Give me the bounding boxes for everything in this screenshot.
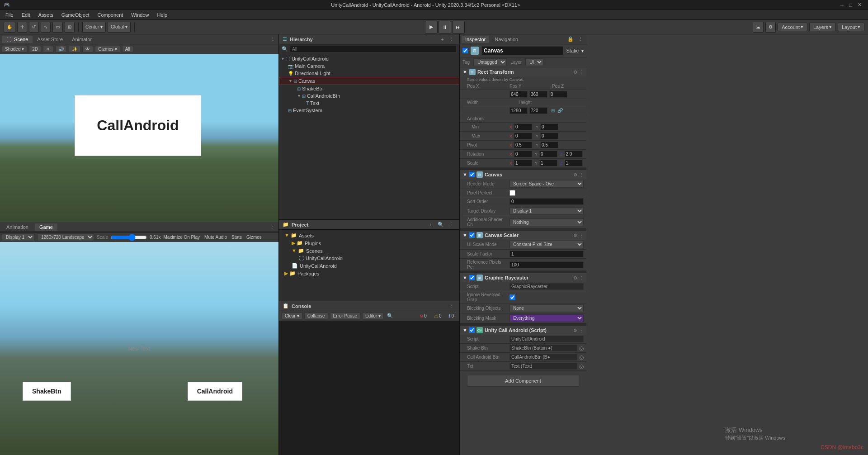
anchor-min-y[interactable]	[540, 123, 558, 130]
hierarchy-item-shake-btn[interactable]: ⊞ ShakeBtn	[279, 85, 459, 92]
error-pause-btn[interactable]: Error Pause	[330, 313, 360, 319]
hidden-layers-btn[interactable]: 👁	[82, 46, 93, 52]
hierarchy-add-btn[interactable]: +	[440, 37, 445, 42]
add-component-button[interactable]: Add Component	[467, 375, 579, 387]
menu-edit[interactable]: Edit	[18, 11, 34, 19]
object-name-input[interactable]	[481, 46, 563, 55]
layout-dropdown[interactable]: Layout ▾	[838, 23, 864, 31]
shaded-dropdown[interactable]: Shaded ▾	[2, 46, 27, 52]
static-dropdown[interactable]: ▾	[581, 48, 584, 53]
canvas-scaler-header[interactable]: ▼ ⊞ Canvas Scaler ⚙ ⋮	[460, 231, 586, 240]
inspector-lock-btn[interactable]: 🔒	[566, 36, 575, 42]
scaler-more[interactable]: ⋮	[579, 233, 584, 238]
hierarchy-item-unity-call-android[interactable]: ▼ ⛶ UnityCallAndroid	[279, 55, 459, 62]
scale-factor-input[interactable]	[509, 251, 584, 257]
scale-z[interactable]	[565, 160, 583, 166]
game-gizmos-btn[interactable]: Gizmos	[246, 235, 262, 240]
unity-call-android-header[interactable]: ▼ C# Unity Call Android (Script) ⚙ ⋮	[460, 326, 586, 335]
menu-assets[interactable]: Assets	[35, 11, 57, 19]
inspector-menu-btn[interactable]: ⋮	[577, 36, 585, 42]
lighting-btn[interactable]: ☀	[43, 46, 53, 52]
maximize-btn[interactable]: □	[846, 2, 855, 8]
tab-animator[interactable]: Animator	[67, 36, 96, 43]
console-menu-btn[interactable]: ⋮	[448, 303, 456, 309]
project-item-assets[interactable]: ▼ 📁 Assets	[281, 232, 458, 239]
stats-btn[interactable]: Stats	[231, 235, 242, 240]
rect-tool[interactable]: ▭	[52, 22, 63, 33]
sort-order-input[interactable]	[509, 198, 584, 205]
tab-game[interactable]: Game	[35, 223, 57, 231]
close-btn[interactable]: ✕	[855, 2, 864, 8]
rect-transform-gear[interactable]: ⚙	[573, 70, 577, 75]
hierarchy-item-directional-light[interactable]: 💡 Directional Light	[279, 70, 459, 77]
menu-component[interactable]: Component	[94, 11, 127, 19]
object-active-checkbox[interactable]	[462, 48, 468, 53]
scale-slider[interactable]	[111, 235, 147, 240]
project-item-scenes[interactable]: ▼ 📁 Scenes	[281, 247, 458, 255]
hierarchy-item-call-android-btn[interactable]: ▼ ⊞ CallAndroidBtn	[279, 92, 459, 100]
rect-transform-more[interactable]: ⋮	[579, 70, 584, 75]
raycaster-enable-checkbox[interactable]	[469, 275, 475, 280]
hierarchy-item-main-camera[interactable]: 📷 Main Camera	[279, 62, 459, 70]
audio-btn[interactable]: 🔊	[55, 46, 67, 52]
pos-x-input[interactable]	[509, 91, 528, 98]
tag-select[interactable]: Untagged	[473, 58, 507, 66]
pivot-y[interactable]	[540, 142, 558, 148]
transform-tool[interactable]: ⊞	[65, 22, 75, 33]
mute-audio-btn[interactable]: Mute Audio	[204, 235, 227, 240]
scaler-enable-checkbox[interactable]	[469, 232, 475, 238]
menu-gameobject[interactable]: GameObject	[58, 11, 93, 19]
pos-z-input[interactable]	[549, 91, 567, 98]
anchor-min-x[interactable]	[514, 123, 532, 130]
tab-navigation[interactable]: Navigation	[491, 36, 522, 43]
constrain-btn[interactable]: 🔗	[557, 108, 563, 113]
display-select[interactable]: Display 1	[2, 233, 34, 241]
global-btn[interactable]: Global ▾	[108, 22, 131, 33]
hand-tool[interactable]: ✋	[4, 22, 15, 33]
step-button[interactable]: ⏭	[452, 21, 465, 33]
hierarchy-item-text[interactable]: T Text	[279, 100, 459, 107]
pause-button[interactable]: ⏸	[439, 21, 451, 33]
scene-panel-menu[interactable]: ⋮	[269, 36, 277, 42]
shake-btn-preview[interactable]: ShakeBtn	[23, 382, 71, 401]
layer-select[interactable]: UI	[525, 58, 543, 66]
2d-button[interactable]: 2D	[29, 46, 41, 52]
anchor-max-y[interactable]	[540, 133, 558, 139]
search-all-btn[interactable]: All	[122, 46, 133, 52]
maximize-on-play-btn[interactable]: Maximize On Play	[163, 235, 200, 240]
hierarchy-item-canvas[interactable]: ▼ ⊟ Canvas	[279, 77, 459, 85]
uca-gear[interactable]: ⚙	[573, 328, 577, 333]
game-panel-menu[interactable]: ⋮	[269, 224, 277, 230]
hierarchy-menu-btn[interactable]: ⋮	[448, 36, 456, 42]
call-android-btn-preview[interactable]: CallAndroid	[188, 382, 242, 401]
project-item-packages[interactable]: ▶ 📁 Packages	[281, 270, 458, 277]
target-display-select[interactable]: Display 1	[509, 207, 584, 215]
scene-effects-btn[interactable]: ✨	[69, 46, 80, 52]
raycaster-more[interactable]: ⋮	[579, 275, 584, 280]
resolution-select[interactable]: 1280x720 Landscape	[37, 233, 94, 241]
account-dropdown[interactable]: Account ▾	[778, 23, 807, 31]
gizmos-dropdown[interactable]: Gizmos ▾	[95, 46, 120, 52]
tab-asset-store[interactable]: Asset Store	[33, 36, 67, 43]
play-button[interactable]: ▶	[425, 21, 438, 33]
target-icon[interactable]: ◎	[579, 345, 584, 351]
ref-pixels-input[interactable]	[509, 261, 584, 268]
width-input[interactable]	[509, 107, 528, 114]
scale-y[interactable]	[539, 160, 557, 166]
rotate-tool[interactable]: ↺	[29, 22, 39, 33]
canvas-component-header[interactable]: ▼ ⊟ Canvas ⚙ ⋮	[460, 170, 586, 179]
project-menu-btn[interactable]: ⋮	[448, 222, 456, 228]
script-enable-checkbox[interactable]	[469, 327, 475, 333]
tab-scene[interactable]: ⛶ Scene	[2, 36, 33, 43]
menu-help[interactable]: Help	[153, 11, 171, 19]
scaler-gear[interactable]: ⚙	[573, 233, 577, 238]
canvas-more[interactable]: ⋮	[579, 172, 584, 177]
raycaster-gear[interactable]: ⚙	[573, 275, 577, 280]
rect-transform-header[interactable]: ▼ ⊞ Rect Transform ⚙ ⋮	[460, 67, 586, 76]
scale-x[interactable]	[514, 160, 532, 166]
move-tool[interactable]: ✛	[17, 22, 27, 33]
minimize-btn[interactable]: ─	[838, 2, 847, 8]
pos-y-input[interactable]	[529, 91, 547, 98]
anchor-preset-btn[interactable]: ⊞	[551, 108, 555, 113]
collapse-btn[interactable]: Collapse	[304, 313, 328, 319]
